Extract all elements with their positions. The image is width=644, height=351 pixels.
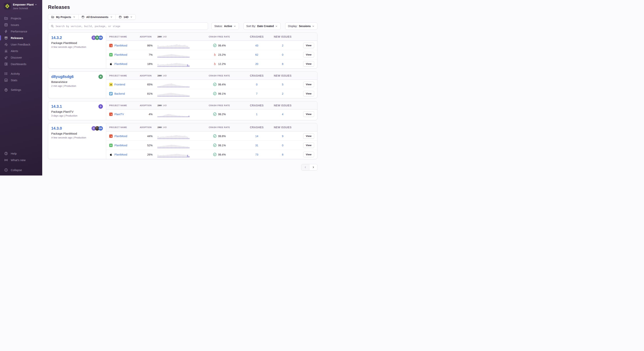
new-issues-cell: 8 — [267, 62, 298, 66]
release-version-link[interactable]: d8yug8sdg6 — [51, 75, 74, 79]
spark-bar — [174, 45, 174, 48]
crashes-count-link[interactable]: 73 — [255, 153, 258, 156]
view-button[interactable]: View — [303, 142, 314, 148]
chevron-down-icon — [73, 16, 76, 18]
sidebar-item-releases[interactable]: Releases — [0, 35, 42, 41]
sidebar-item-user-feedback[interactable]: User Feedback — [0, 41, 42, 48]
timerange-24h[interactable]: 24H — [158, 36, 162, 38]
view-button[interactable]: View — [303, 91, 314, 96]
release-version-link[interactable]: 14.3.1 — [51, 104, 62, 109]
sidebar-item-activity[interactable]: Activity — [0, 70, 42, 77]
pagination-next-button[interactable] — [309, 164, 317, 170]
pagination-prev-button[interactable] — [302, 164, 309, 170]
sidebar-item-collapse[interactable]: Collapse — [0, 167, 42, 173]
project-link[interactable]: PlantMood — [114, 153, 127, 156]
spark-bar — [186, 64, 187, 67]
view-button[interactable]: View — [303, 82, 314, 87]
spark-bar — [178, 45, 179, 48]
spark-bar — [179, 55, 180, 58]
spark-bar — [166, 136, 166, 139]
environment-filter-button[interactable]: All Environments — [78, 15, 116, 20]
view-button[interactable]: View — [303, 43, 314, 48]
release-project-table: Project NameAdoption24H14DCrash Free Rat… — [106, 101, 317, 120]
timerange-24h[interactable]: 24H — [158, 104, 162, 107]
date-range-filter-button[interactable]: 14D — [116, 15, 136, 20]
spark-bar — [160, 65, 161, 67]
new-issues-count-link[interactable]: 2 — [282, 44, 284, 47]
spark-bar — [168, 46, 169, 48]
status-dropdown[interactable]: Status: Active — [212, 23, 239, 30]
view-button[interactable]: View — [303, 152, 314, 157]
new-issues-count-link[interactable]: 4 — [282, 113, 284, 116]
sort-by-dropdown[interactable]: Sort By: Date Created — [244, 23, 280, 30]
sidebar-item-alerts[interactable]: Alerts — [0, 48, 42, 54]
crashes-count-link[interactable]: 62 — [255, 53, 258, 56]
display-dropdown[interactable]: Display: Sessions — [285, 23, 318, 30]
view-button[interactable]: View — [303, 61, 314, 67]
new-issues-count-link[interactable]: 0 — [282, 144, 284, 147]
spark-bar — [159, 95, 160, 97]
project-link[interactable]: Frontend — [114, 83, 125, 86]
chevron-left-icon — [304, 166, 307, 169]
new-issues-count-link[interactable]: 8 — [282, 62, 284, 66]
adoption-sparkline — [158, 133, 192, 139]
new-issues-count-link[interactable]: 2 — [282, 92, 284, 95]
new-issues-count-link[interactable]: 5 — [282, 83, 284, 86]
crashes-count-link[interactable]: 43 — [255, 44, 258, 47]
spark-bar — [184, 86, 185, 87]
search-box — [48, 23, 208, 30]
col-header-project: Project Name — [109, 75, 138, 77]
sidebar-item-dashboards[interactable]: Dashboards — [0, 61, 42, 67]
timerange-14d[interactable]: 14D — [163, 36, 167, 38]
crashes-count-link[interactable]: 14 — [255, 135, 258, 138]
project-link[interactable]: PlantMood — [114, 144, 127, 147]
sidebar-item-performance[interactable]: Performance — [0, 28, 42, 35]
sidebar-item-projects[interactable]: Projects — [0, 15, 42, 22]
chevron-down-icon — [312, 25, 314, 28]
crashes-count-link[interactable]: 31 — [255, 144, 258, 147]
org-switcher[interactable]: Empower Plant Jane Schmidt — [0, 3, 42, 10]
crashes-count-link[interactable]: 0 — [256, 83, 258, 86]
crash-free-rate-cell: 99.4% — [192, 44, 246, 47]
sidebar-item-issues[interactable]: Issues — [0, 22, 42, 28]
sidebar-item-discover[interactable]: Discover — [0, 54, 42, 61]
new-issues-count-link[interactable]: 0 — [282, 53, 284, 56]
project-link[interactable]: PlantMood — [114, 53, 127, 56]
timerange-14d[interactable]: 14D — [163, 75, 167, 77]
crashes-count-link[interactable]: 1 — [256, 113, 258, 116]
crashes-count-link[interactable]: 20 — [255, 62, 258, 66]
project-link[interactable]: PlantMood — [114, 62, 127, 66]
sidebar-item-stats[interactable]: Stats — [0, 77, 42, 83]
project-link[interactable]: Backend — [114, 92, 125, 95]
crashes-cell: 31 — [246, 144, 267, 147]
view-button[interactable]: View — [303, 111, 314, 117]
spark-bar — [166, 94, 166, 97]
timerange-14d[interactable]: 14D — [163, 104, 167, 107]
spark-bar — [176, 135, 177, 139]
crashes-cell: 73 — [246, 153, 267, 156]
project-link[interactable]: PlantMood — [114, 44, 127, 47]
sidebar-item-help[interactable]: Help — [0, 150, 42, 157]
sidebar-item-settings[interactable]: Settings — [0, 86, 42, 93]
project-link[interactable]: PlantTV — [114, 113, 124, 116]
view-button[interactable]: View — [303, 133, 314, 139]
col-header-crash-free-rate: Crash Free Rate — [192, 126, 246, 128]
project-link[interactable]: PlantMood — [114, 135, 127, 138]
release-version-link[interactable]: 14.3.2 — [51, 36, 62, 40]
new-issues-count-link[interactable]: 8 — [282, 153, 284, 156]
crashes-count-link[interactable]: 7 — [256, 92, 258, 95]
view-button[interactable]: View — [303, 52, 314, 57]
timerange-24h[interactable]: 24H — [158, 75, 162, 77]
sidebar-item-what-s-new[interactable]: What's new — [0, 157, 42, 163]
new-issues-cell: 0 — [267, 53, 298, 56]
project-filter-value: My Projects — [56, 16, 71, 19]
release-version-link[interactable]: 14.3.0 — [51, 126, 62, 131]
project-filter-button[interactable]: My Projects — [48, 15, 78, 20]
dashboards-icon — [4, 62, 8, 66]
timerange-14d[interactable]: 14D — [163, 126, 167, 128]
crash-free-check-icon — [213, 153, 217, 156]
search-input[interactable] — [56, 25, 205, 28]
new-issues-cell: 5 — [267, 83, 298, 86]
timerange-24h[interactable]: 24H — [158, 126, 162, 128]
new-issues-count-link[interactable]: 9 — [282, 135, 284, 138]
